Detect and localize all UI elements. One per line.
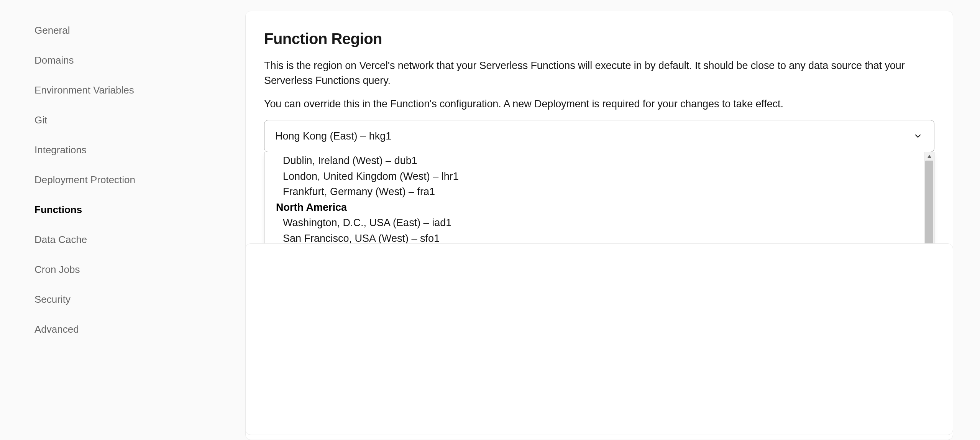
sidebar-item-integrations[interactable]: Integrations (34, 135, 245, 165)
next-settings-card (245, 243, 953, 435)
sidebar-item-git[interactable]: Git (34, 105, 245, 135)
card-hint: You can override this in the Function's … (264, 97, 934, 112)
card-title: Function Region (264, 30, 934, 48)
region-select-value: Hong Kong (East) – hkg1 (275, 130, 391, 142)
sidebar-item-security[interactable]: Security (34, 284, 245, 314)
chevron-down-icon (913, 131, 923, 141)
region-option[interactable]: London, United Kingdom (West) – lhr1 (264, 169, 934, 184)
sidebar-item-advanced[interactable]: Advanced (34, 314, 245, 344)
svg-marker-0 (927, 155, 931, 158)
region-select[interactable]: Hong Kong (East) – hkg1 (264, 120, 934, 152)
sidebar-item-general[interactable]: General (34, 15, 245, 45)
region-option[interactable]: Frankfurt, Germany (West) – fra1 (264, 184, 934, 199)
sidebar-item-deployment-protection[interactable]: Deployment Protection (34, 165, 245, 195)
region-group-label: North America (264, 200, 934, 215)
sidebar-item-domains[interactable]: Domains (34, 45, 245, 75)
sidebar-item-data-cache[interactable]: Data Cache (34, 225, 245, 254)
sidebar-item-environment-variables[interactable]: Environment Variables (34, 75, 245, 105)
scroll-up-arrow-icon[interactable] (924, 152, 934, 161)
region-select-wrap: Hong Kong (East) – hkg1 Dublin, Ireland … (264, 120, 934, 152)
sidebar-item-functions[interactable]: Functions (34, 195, 245, 225)
sidebar-item-cron-jobs[interactable]: Cron Jobs (34, 254, 245, 284)
card-description: This is the region on Vercel's network t… (264, 58, 934, 88)
region-option[interactable]: Washington, D.C., USA (East) – iad1 (264, 215, 934, 230)
region-option[interactable]: Dublin, Ireland (West) – dub1 (264, 153, 934, 168)
settings-sidebar: General Domains Environment Variables Gi… (0, 0, 245, 440)
